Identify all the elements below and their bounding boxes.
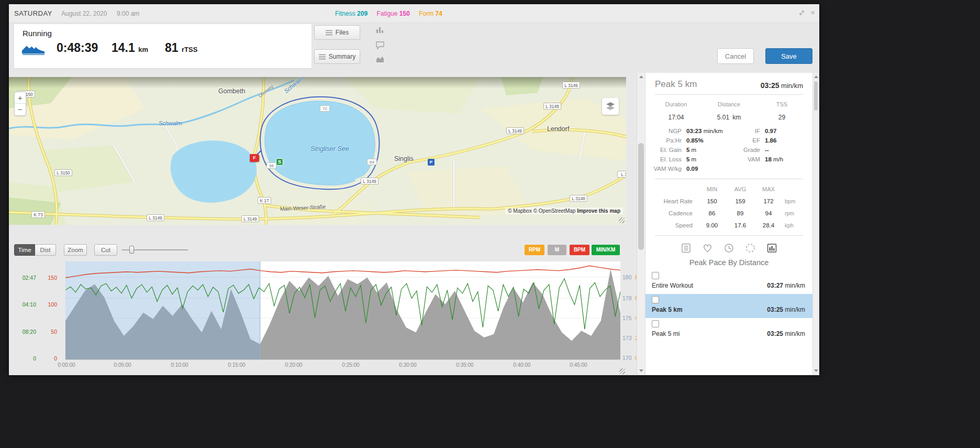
elevation-toggle[interactable]: M	[548, 245, 566, 255]
elev-axis-label: 180	[622, 274, 635, 280]
hr-axis-label: 0	[39, 355, 57, 362]
heart-rate-icon[interactable]	[702, 243, 713, 254]
titlebar: SATURDAY August 22, 2020 9:00 am Fitness…	[9, 4, 819, 23]
running-shoe-icon	[21, 44, 46, 61]
cadence-toggle[interactable]: RPM	[525, 245, 544, 255]
list-icon	[319, 54, 326, 60]
zoom-button[interactable]: Zoom	[64, 244, 87, 256]
map-attribution: © Mapbox © OpenStreetMap Improve this ma…	[505, 207, 623, 214]
map-layers-button[interactable]	[602, 98, 619, 115]
summary-list-icon[interactable]	[681, 243, 692, 254]
save-button[interactable]: Save	[765, 48, 812, 64]
pace-axis-label: 04:10	[11, 301, 36, 308]
x-tick: 0:20:00	[285, 362, 302, 368]
dashed-circle-icon[interactable]	[745, 243, 756, 254]
scroll-down-arrow[interactable]	[639, 369, 643, 372]
list-icon	[326, 30, 332, 36]
peak-item-peak-5km[interactable]: Peak 5 km 03:25 min/km	[645, 294, 812, 318]
pace-axis-label: 02:47	[11, 275, 36, 281]
cut-slider[interactable]	[122, 246, 188, 254]
selection-pace: 03:25 min/km	[761, 81, 803, 90]
files-button[interactable]: Files	[314, 25, 360, 40]
x-tick: 0:00:00	[58, 362, 75, 368]
time-axis-button[interactable]: Time	[14, 244, 35, 256]
time-icon[interactable]	[723, 243, 734, 254]
summary-button[interactable]: Summary	[314, 49, 360, 64]
map-and-graph-panel: Gombeth Singlis Lendorf Singliser See Sc…	[9, 73, 637, 375]
hr-axis-label: 150	[39, 275, 57, 281]
improve-map-link[interactable]: Improve this map	[577, 208, 620, 214]
x-tick: 0:05:00	[114, 362, 131, 368]
graph-plot-area[interactable]	[65, 261, 620, 360]
comment-icon[interactable]	[375, 40, 386, 51]
content-scrollbar[interactable]	[637, 73, 645, 375]
pace-axis-label: 0	[11, 355, 36, 362]
graph-controls: Time Dist Zoom Cut RPM M BPM MIN/KM	[9, 244, 637, 256]
checkbox[interactable]	[652, 272, 659, 279]
road-badge: L 3149	[147, 214, 164, 221]
peaks-chart-icon[interactable]	[766, 243, 777, 254]
expand-icon[interactable]	[798, 9, 805, 16]
duration-value: 0:48:39	[57, 41, 98, 55]
form-metric: Form 74	[419, 10, 442, 17]
close-icon[interactable]: ×	[810, 8, 815, 17]
bar-chart-icon[interactable]	[375, 25, 386, 35]
scroll-down-arrow[interactable]	[814, 369, 818, 372]
tss-stat: TSS 29	[755, 101, 808, 123]
road-badge: L 3	[617, 171, 626, 178]
tss-value: 81 rTSS	[165, 41, 197, 55]
selection-stats-panel: Peak 5 km 03:25 min/km Duration 17:04 Di…	[645, 73, 812, 375]
pace-toggle[interactable]: MIN/KM	[592, 245, 620, 255]
road-badge: L 3149	[506, 127, 524, 134]
route-map[interactable]: Gombeth Singlis Lendorf Singliser See Sc…	[9, 77, 626, 225]
map-resize-grip[interactable]	[619, 217, 625, 223]
elev-axis-label: 170	[622, 355, 635, 361]
lake-label: Singliser See	[310, 145, 349, 152]
layers-icon	[605, 101, 616, 112]
road-badge: L 3150	[54, 169, 72, 176]
cancel-button[interactable]: Cancel	[717, 48, 754, 64]
cut-button[interactable]: Cut	[94, 244, 117, 256]
zoom-out-button[interactable]: −	[15, 104, 26, 115]
panel-scrollbar[interactable]	[812, 73, 819, 375]
x-tick: 0:30:00	[399, 362, 416, 368]
area-chart-icon[interactable]	[375, 54, 386, 65]
road-badge: L 3149	[241, 215, 259, 222]
scrollbar-thumb[interactable]	[638, 143, 644, 250]
sport-label: Running	[23, 29, 52, 38]
fitness-metric: Fitness 209	[335, 10, 368, 17]
road-badge: L 3148	[543, 103, 561, 110]
road-badge: K 73	[31, 211, 45, 218]
workout-summary-card: Running 0:48:39 14.1 km 81 rTSS	[14, 24, 311, 68]
min-avg-max-table: MIN AVG MAX Heart Rate 150 159 172 bpm C…	[653, 186, 807, 228]
workout-toolbar: Running 0:48:39 14.1 km 81 rTSS Files Su…	[9, 23, 819, 73]
slider-handle[interactable]	[129, 246, 134, 254]
graph-resize-grip[interactable]	[619, 368, 625, 374]
elev-axis-label: 173	[622, 335, 635, 341]
scroll-up-arrow[interactable]	[814, 75, 818, 78]
x-tick: 0:35:00	[456, 362, 473, 368]
duration-stat: Duration 17:04	[650, 101, 703, 123]
town-label: Lendorf	[547, 125, 569, 133]
start-marker: S	[276, 158, 283, 166]
peak-item-peak-5mi[interactable]: Peak 5 mi 03:25 min/km	[645, 318, 812, 342]
selection-title: Peak 5 km	[655, 79, 697, 90]
time-label: 9:00 am	[117, 10, 139, 17]
x-tick: 0:15:00	[228, 362, 245, 368]
river-label: Schwalm	[159, 120, 182, 126]
map-zoom-control: + −	[14, 92, 26, 116]
date-label: August 22, 2020	[61, 10, 107, 17]
scrollbar-thumb[interactable]	[814, 81, 818, 111]
peak-item-entire-workout[interactable]: Entire Workout 03:27 min/km	[645, 270, 812, 294]
heart-rate-toggle[interactable]: BPM	[570, 245, 589, 255]
zoom-in-button[interactable]: +	[15, 92, 26, 104]
scroll-up-arrow[interactable]	[639, 75, 643, 78]
metrics-grid: NGP03:23 min/km IF0.97 Pa:Hr0.85% EF1.86…	[653, 128, 807, 172]
x-tick: 0:45:00	[570, 362, 587, 368]
fatigue-metric: Fatigue 150	[376, 10, 409, 17]
workout-detail-window: SATURDAY August 22, 2020 9:00 am Fitness…	[9, 4, 819, 375]
road-badge: L 3149	[562, 82, 580, 89]
distance-axis-button[interactable]: Dist	[35, 244, 56, 256]
parking-icon: P	[428, 159, 435, 166]
checkbox[interactable]	[652, 296, 659, 303]
